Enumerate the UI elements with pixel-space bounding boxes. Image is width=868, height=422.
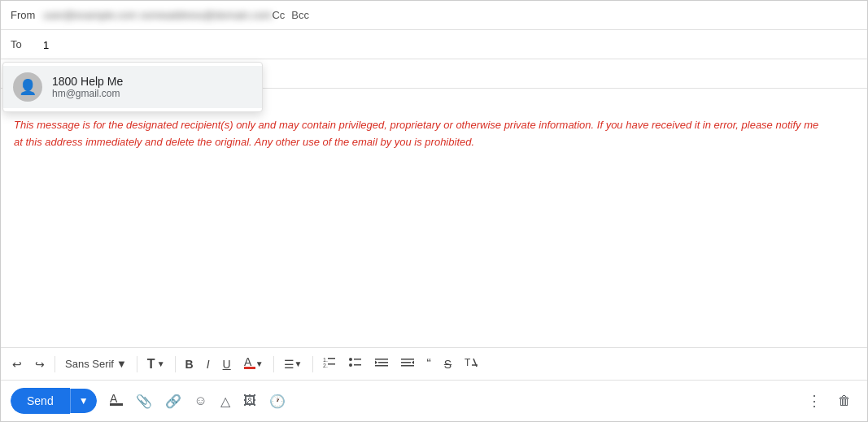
bottom-right-actions: ⋮ 🗑 (800, 387, 857, 415)
cc-bcc-buttons: Cc Bcc (272, 9, 309, 21)
font-family-chevron-icon: ▼ (116, 358, 127, 370)
attach-icon: 📎 (136, 394, 152, 409)
svg-marker-17 (412, 361, 414, 365)
photo-button[interactable]: 🖼 (237, 389, 263, 413)
redo-button[interactable]: ↪ (30, 355, 50, 374)
bulleted-list-icon (349, 356, 362, 372)
font-family-label: Sans Serif (65, 358, 114, 370)
send-button-group: Send ▼ (11, 388, 97, 414)
remove-format-icon: T (465, 356, 478, 372)
indent-more-button[interactable] (396, 353, 419, 375)
formatting-toolbar: ↩ ↪ Sans Serif ▼ T ▼ B I U A ▼ ☰ ▼ 1. (1, 347, 867, 380)
blockquote-icon: “ (427, 357, 431, 372)
text-color-icon: A (244, 356, 255, 372)
insert-link-button[interactable]: 🔗 (159, 389, 188, 414)
send-dropdown-button[interactable]: ▼ (70, 389, 97, 413)
photo-icon: 🖼 (243, 394, 256, 408)
autocomplete-item[interactable]: 👤 1800 Help Me hm@gmail.com (3, 66, 262, 108)
font-size-chevron-icon: ▼ (157, 359, 165, 368)
svg-text:T: T (465, 357, 471, 368)
svg-rect-1 (244, 367, 255, 369)
attach-file-button[interactable]: 📎 (129, 389, 159, 414)
send-button[interactable]: Send (11, 388, 70, 414)
more-vert-icon: ⋮ (807, 392, 822, 410)
text-color-bottom-icon: A (110, 392, 123, 410)
svg-rect-9 (354, 364, 361, 366)
emoji-button[interactable]: ☺ (188, 389, 214, 413)
text-size-icon: T (147, 357, 155, 372)
compose-body[interactable]: -- This message is for the designated re… (1, 89, 867, 347)
undo-button[interactable]: ↩ (7, 355, 27, 374)
svg-text:A: A (244, 356, 252, 368)
numbered-list-button[interactable]: 1. 2. (318, 353, 341, 375)
svg-rect-5 (328, 363, 335, 365)
font-size-button[interactable]: T ▼ (142, 354, 170, 375)
toolbar-divider-5 (312, 356, 313, 372)
indent-more-icon (401, 356, 414, 372)
from-row: From user@example.com someaddress@domain… (1, 1, 867, 30)
svg-rect-10 (375, 359, 388, 360)
blockquote-button[interactable]: “ (422, 354, 436, 375)
bulleted-list-button[interactable] (344, 353, 367, 375)
from-label: From (11, 9, 43, 21)
svg-rect-7 (354, 359, 361, 360)
disclaimer-text: This message is for the designated recip… (14, 117, 827, 151)
remove-format-button[interactable]: T (460, 353, 482, 375)
strikethrough-icon: S (444, 358, 451, 371)
svg-rect-14 (401, 359, 414, 360)
svg-rect-15 (401, 362, 411, 363)
discard-button[interactable]: 🗑 (831, 389, 857, 413)
svg-rect-12 (375, 365, 388, 367)
to-label: To (11, 38, 43, 50)
delete-icon: 🗑 (838, 394, 851, 408)
undo-icon: ↩ (12, 358, 22, 371)
person-icon: 👤 (19, 78, 37, 96)
font-family-button[interactable]: Sans Serif ▼ (60, 355, 132, 373)
svg-rect-22 (110, 403, 123, 406)
confidential-button[interactable]: 🕐 (263, 389, 292, 414)
svg-point-6 (349, 358, 352, 361)
contact-avatar: 👤 (13, 72, 42, 102)
toolbar-divider-2 (137, 356, 137, 372)
to-input[interactable] (43, 39, 857, 51)
italic-button[interactable]: I (202, 355, 215, 374)
send-dropdown-icon: ▼ (79, 395, 89, 407)
indent-less-icon (375, 356, 388, 372)
bcc-button[interactable]: Bcc (291, 9, 309, 21)
numbered-list-icon: 1. 2. (323, 356, 336, 372)
to-input-wrap: 👤 1800 Help Me hm@gmail.com (43, 37, 857, 52)
text-color-bottom-button[interactable]: A (103, 387, 129, 415)
toolbar-divider-3 (175, 356, 176, 372)
toolbar-divider-1 (55, 356, 55, 372)
text-color-button[interactable]: A ▼ (239, 353, 268, 375)
toolbar-divider-4 (273, 356, 274, 372)
align-button[interactable]: ☰ ▼ (279, 355, 308, 374)
autocomplete-dropdown: 👤 1800 Help Me hm@gmail.com (2, 62, 263, 112)
drive-icon: △ (220, 394, 230, 409)
align-icon: ☰ (284, 358, 294, 371)
contact-info: 1800 Help Me hm@gmail.com (52, 75, 123, 99)
svg-rect-11 (378, 362, 388, 363)
svg-rect-16 (401, 365, 414, 367)
to-row: To 👤 1800 Help Me hm@gmail.com (1, 30, 867, 59)
svg-point-8 (349, 363, 352, 367)
underline-button[interactable]: U (218, 355, 236, 374)
underline-icon: U (223, 358, 231, 371)
strikethrough-button[interactable]: S (439, 355, 456, 374)
indent-less-button[interactable] (370, 353, 393, 375)
contact-name: 1800 Help Me (52, 75, 123, 88)
more-options-button[interactable]: ⋮ (800, 387, 828, 415)
bottom-bar: Send ▼ A 📎 🔗 ☺ △ 🖼 🕐 ⋮ 🗑 (1, 380, 867, 421)
confidential-icon: 🕐 (269, 394, 286, 409)
contact-email: hm@gmail.com (52, 88, 123, 99)
cc-button[interactable]: Cc (272, 9, 285, 21)
svg-rect-3 (328, 358, 335, 359)
from-value: user@example.com someaddress@domain.com (43, 9, 272, 21)
svg-text:A: A (110, 392, 118, 405)
drive-button[interactable]: △ (214, 389, 237, 414)
align-chevron: ▼ (294, 359, 303, 368)
svg-text:1.: 1. (323, 357, 328, 363)
redo-icon: ↪ (35, 358, 45, 371)
link-icon: 🔗 (165, 394, 181, 409)
bold-button[interactable]: B (181, 355, 198, 374)
